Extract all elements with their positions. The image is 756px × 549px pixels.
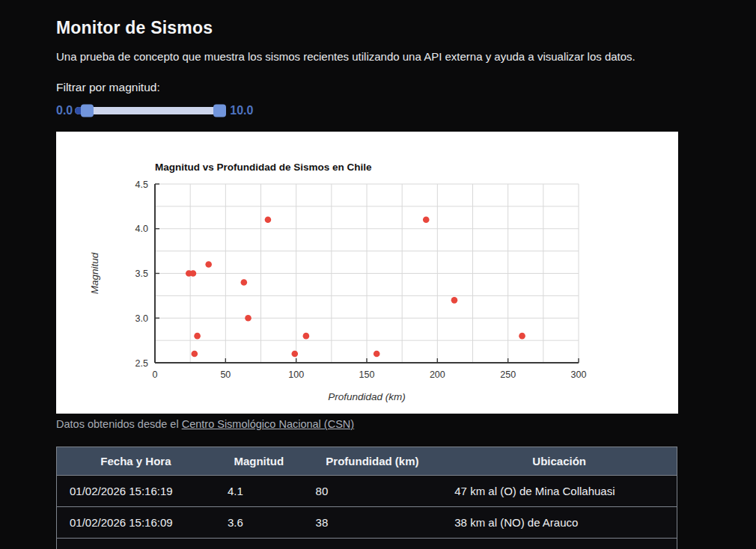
table-cell-0: 01/02/2026 15:16:09	[57, 507, 215, 539]
svg-text:100: 100	[288, 369, 304, 380]
y-axis-label: Magnitud	[89, 252, 100, 294]
table-cell-1: 4.1	[215, 539, 303, 549]
column-header-0: Fecha y Hora	[57, 447, 215, 476]
data-source-caption: Datos obtenidos desde el Centro Sismológ…	[56, 418, 678, 430]
slider-max-value: 10.0	[230, 104, 253, 117]
chart-title: Magnitud vs Profundidad de Sismos en Chi…	[155, 162, 372, 173]
svg-text:150: 150	[359, 369, 375, 380]
table-row: 01/02/2026 15:16:194.18047 km al (O) de …	[57, 476, 677, 507]
data-point	[241, 279, 248, 286]
data-point	[303, 333, 310, 340]
scatter-chart: 0501001502002503002.53.03.54.04.5Magnitu…	[56, 132, 678, 414]
data-point	[194, 333, 201, 340]
slider-track[interactable]	[75, 107, 226, 114]
table-header-row: Fecha y HoraMagnitudProfundidad (km)Ubic…	[57, 447, 677, 476]
page-title: Monitor de Sismos	[56, 0, 678, 38]
csn-link[interactable]: Centro Sismológico Nacional (CSN)	[182, 418, 354, 430]
svg-text:300: 300	[571, 369, 587, 380]
table-cell-1: 3.6	[215, 507, 303, 539]
table-cell-0: 01/02/2026 15:16:19	[57, 476, 215, 507]
svg-text:250: 250	[500, 369, 516, 380]
earthquake-table: Fecha y HoraMagnitudProfundidad (km)Ubic…	[56, 447, 677, 549]
table-cell-2: 38	[303, 507, 442, 539]
x-axis-label: Profundidad (km)	[328, 391, 406, 402]
svg-text:50: 50	[220, 369, 231, 380]
slider-handle-min[interactable]	[81, 105, 94, 117]
table-cell-1: 4.1	[215, 476, 303, 507]
magnitude-filter-label: Filtrar por magnitud:	[56, 81, 678, 94]
magnitude-range-slider: 0.0 10.0	[56, 103, 678, 118]
table-cell-3: 47 km al (O) de Mina Collahuasi	[442, 476, 677, 507]
svg-text:4.5: 4.5	[135, 180, 148, 190]
table-cell-0: 01/02/2026 12:43:35	[57, 539, 215, 549]
table-body: 01/02/2026 15:16:194.18047 km al (O) de …	[57, 476, 677, 549]
column-header-3: Ubicación	[442, 447, 677, 476]
svg-text:2.5: 2.5	[135, 358, 148, 369]
table-header: Fecha y HoraMagnitudProfundidad (km)Ubic…	[57, 447, 677, 476]
data-point	[192, 351, 198, 358]
table-cell-3: 74 km al (SE) de Socaire	[442, 539, 677, 549]
svg-text:4.0: 4.0	[135, 224, 148, 234]
table-cell-2: 80	[303, 476, 442, 507]
data-point	[265, 217, 272, 224]
slider-handle-max[interactable]	[213, 105, 226, 117]
column-header-1: Magnitud	[215, 447, 303, 476]
column-header-2: Profundidad (km)	[303, 447, 442, 476]
svg-text:200: 200	[430, 369, 445, 380]
page-container: Monitor de Sismos Una prueba de concepto…	[0, 0, 678, 549]
data-point	[451, 297, 458, 304]
svg-text:3.0: 3.0	[135, 313, 148, 324]
table-row: 01/02/2026 15:16:093.63838 km al (NO) de…	[57, 507, 677, 539]
slider-min-value: 0.0	[56, 104, 73, 117]
chart-svg: 0501001502002503002.53.03.54.04.5Magnitu…	[56, 132, 678, 414]
table-cell-2: 192	[303, 539, 442, 549]
data-point	[205, 261, 212, 268]
data-point	[374, 351, 380, 358]
data-point	[291, 351, 298, 358]
slider-track-outer-segment	[75, 107, 81, 114]
data-point	[190, 270, 197, 277]
data-point	[245, 315, 252, 322]
svg-text:3.5: 3.5	[135, 269, 148, 279]
page-subtitle: Una prueba de concepto que muestra los s…	[56, 50, 678, 63]
table-row: 01/02/2026 12:43:354.119274 km al (SE) d…	[57, 539, 677, 549]
data-point	[519, 333, 525, 340]
data-point	[423, 217, 430, 224]
caption-prefix: Datos obtenidos desde el	[56, 418, 182, 430]
table-cell-3: 38 km al (NO) de Arauco	[442, 507, 677, 539]
svg-text:0: 0	[153, 369, 158, 380]
